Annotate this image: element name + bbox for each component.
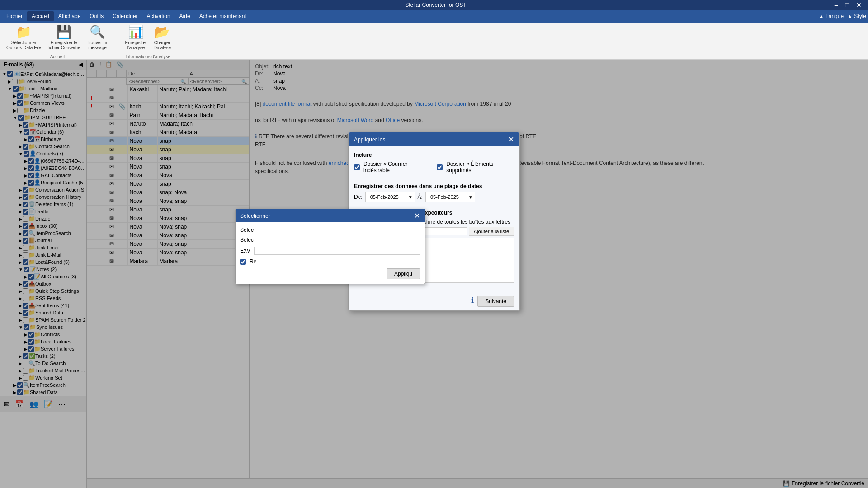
date-to-dropdown-icon[interactable]: ▼ xyxy=(468,195,473,200)
sub-modal-title: Sélectionner xyxy=(240,213,270,219)
sub-modal: Sélectionner ✕ Sélec Sélec E:\V Re Appli… xyxy=(235,209,425,284)
sub-modal-checkbox-label: Re xyxy=(250,258,256,265)
langue-link[interactable]: ▲ Langue xyxy=(819,13,844,19)
title-bar-controls: – □ ✕ xyxy=(832,1,864,9)
date-from-input[interactable] xyxy=(368,193,408,201)
toolbar-group-label-analyse: Informations d'analyse xyxy=(123,53,174,59)
select-file-icon: 📁 xyxy=(16,24,32,39)
menu-calendrier[interactable]: Calendrier xyxy=(108,11,142,21)
date-to-container: ▼ xyxy=(425,192,475,202)
menu-bar: Fichier Accueil Affichage Outils Calendr… xyxy=(0,10,868,23)
menu-bar-right: ▲ Langue ▲ Style xyxy=(819,13,866,19)
include-title: Inclure xyxy=(354,152,514,158)
sub-modal-path-input[interactable] xyxy=(254,247,420,255)
date-from-label: De: xyxy=(354,194,363,200)
modal-footer: ℹ Suivante xyxy=(349,292,519,310)
menu-fichier[interactable]: Fichier xyxy=(2,11,27,21)
save-converted-button[interactable]: 💾 Enregistrer lefichier Convertie xyxy=(45,23,83,52)
deleted-checkbox[interactable] xyxy=(437,164,443,170)
checkbox-deleted-row: Dossier « Éléments supprimés xyxy=(437,161,514,174)
date-row: De: ▼ À: ▼ xyxy=(354,192,514,202)
find-message-button[interactable]: 🔍 Trouver unmessage xyxy=(84,23,111,52)
minimize-button[interactable]: – xyxy=(832,1,841,9)
sub-modal-row2: Sélec xyxy=(240,237,420,243)
sub-modal-ev-label: E:\V xyxy=(240,248,250,254)
next-button[interactable]: Suivante xyxy=(477,296,514,307)
menu-accueil[interactable]: Accueil xyxy=(27,11,54,21)
load-analyse-icon: 📂 xyxy=(154,24,170,39)
modal-header: Appliquer les ✕ xyxy=(349,132,519,146)
sub-modal-row3: E:\V xyxy=(240,247,420,255)
menu-outils[interactable]: Outils xyxy=(85,11,108,21)
select-outlook-file-button[interactable]: 📁 SélectionnerOutlook Data File xyxy=(4,23,44,52)
style-link[interactable]: ▲ Style xyxy=(847,13,866,19)
modal-title: Appliquer les xyxy=(354,136,385,143)
junk-checkbox[interactable] xyxy=(354,164,360,170)
menu-acheter[interactable]: Acheter maintenant xyxy=(195,11,251,21)
main-container: E-mails (68) ◀ ▼ 📧 E:\Pst Ost\Madara@tec… xyxy=(0,60,868,488)
date-from-dropdown-icon[interactable]: ▼ xyxy=(408,195,413,200)
title-bar: Stellar Converter for OST – □ ✕ xyxy=(0,0,868,10)
checkbox-junk-row: Dossier « Courrier indésirable xyxy=(354,161,429,174)
menu-activation[interactable]: Activation xyxy=(142,11,175,21)
include-section: Inclure Dossier « Courrier indésirable D… xyxy=(354,152,514,175)
save-icon: 💾 xyxy=(56,24,72,39)
menu-affichage[interactable]: Affichage xyxy=(54,11,85,21)
sub-modal-row4: Re xyxy=(240,258,420,265)
junk-label: Dossier « Courrier indésirable xyxy=(363,161,429,174)
save-analyse-button[interactable]: 📊 Enregistrerl'analyse xyxy=(123,23,150,52)
sub-modal-body: Sélec Sélec E:\V Re Appliqu xyxy=(236,222,425,284)
sub-modal-close-button[interactable]: ✕ xyxy=(414,211,420,220)
sub-modal-row1: Sélec xyxy=(240,227,420,233)
save-analyse-icon: 📊 xyxy=(128,24,144,39)
modal-info-icon: ℹ xyxy=(471,296,474,307)
date-to-label: À: xyxy=(418,194,423,200)
date-section: Enregistrer des données dans une plage d… xyxy=(354,183,514,202)
load-analyse-button[interactable]: 📂 Chargerl'analyse xyxy=(151,23,174,52)
date-from-container: ▼ xyxy=(365,192,415,202)
sub-modal-actions: Appliqu xyxy=(240,268,420,279)
sub-modal-checkbox[interactable] xyxy=(240,259,246,265)
toolbar-group-accueil: 📁 SélectionnerOutlook Data File 💾 Enregi… xyxy=(4,24,117,57)
add-to-list-button[interactable]: Ajouter à la liste xyxy=(469,227,514,236)
app-title: Stellar Converter for OST xyxy=(40,2,832,8)
toolbar-group-label-accueil: Accueil xyxy=(4,53,111,59)
menu-aide[interactable]: Aide xyxy=(175,11,195,21)
date-to-input[interactable] xyxy=(428,193,468,201)
apply-button[interactable]: Appliqu xyxy=(387,268,420,279)
toolbar-group-analyse: 📊 Enregistrerl'analyse 📂 Chargerl'analys… xyxy=(123,24,179,57)
close-button[interactable]: ✕ xyxy=(854,1,864,9)
find-icon: 🔍 xyxy=(90,24,105,39)
modal-overlay: Appliquer les ✕ Inclure Dossier « Courri… xyxy=(0,60,868,488)
sub-modal-header: Sélectionner ✕ xyxy=(236,209,425,222)
sub-modal-select-label: Sélec xyxy=(240,227,254,233)
modal-close-button[interactable]: ✕ xyxy=(508,135,514,144)
deleted-label: Dossier « Éléments supprimés xyxy=(446,161,514,174)
sub-modal-path-label: Sélec xyxy=(240,237,254,243)
toolbar: 📁 SélectionnerOutlook Data File 💾 Enregi… xyxy=(0,23,868,60)
maximize-button[interactable]: □ xyxy=(843,1,852,9)
date-section-title: Enregistrer des données dans une plage d… xyxy=(354,183,514,189)
